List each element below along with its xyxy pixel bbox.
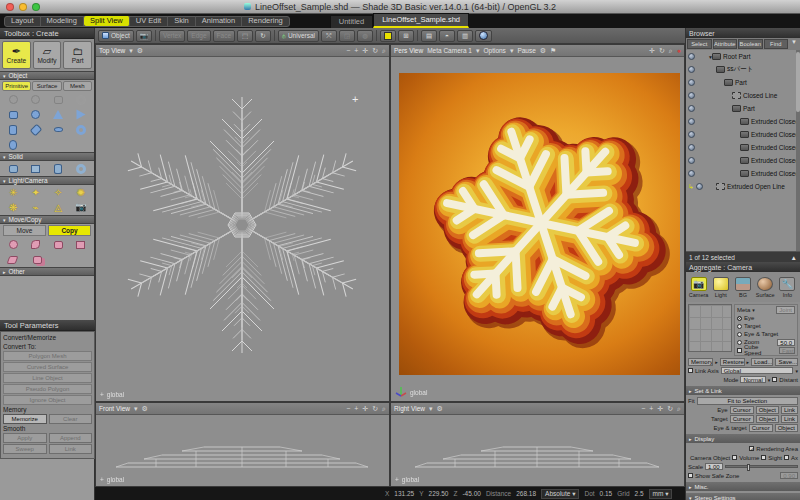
solid-sweep-icon[interactable]	[50, 162, 67, 175]
zoom-window-button[interactable]	[32, 3, 40, 11]
pan-icon[interactable]: ✛	[362, 47, 368, 54]
coordinate-mode-dropdown[interactable]: Absolute ▾	[541, 489, 579, 499]
apply-button[interactable]: Apply	[3, 433, 47, 443]
vertex-mode-button[interactable]: Vertex	[159, 30, 185, 42]
memory-button[interactable]: Memory	[688, 358, 713, 366]
copy-scale-icon[interactable]	[5, 238, 22, 251]
target-object-button[interactable]: Object	[756, 415, 779, 423]
link-button[interactable]: Link	[49, 444, 93, 454]
tab-surface[interactable]: Surface	[32, 81, 61, 91]
tree-row-ss-part[interactable]: ▼ ssパート	[686, 63, 800, 76]
copy-array-icon[interactable]	[29, 253, 46, 266]
append-button[interactable]: Append	[49, 433, 93, 443]
render-toggle-icon[interactable]	[688, 53, 695, 60]
view-menu-chevron-icon[interactable]: ▾	[429, 405, 433, 412]
eye-cursor-button[interactable]: Cursor	[730, 406, 754, 414]
rotate-view-icon[interactable]: ↻	[372, 405, 378, 412]
target-cursor-button[interactable]: Cursor	[730, 415, 754, 423]
browser-tab-attribute[interactable]: Attribute	[713, 39, 738, 49]
restore-button[interactable]: Restore	[720, 358, 745, 366]
front-view-canvas[interactable]: + global	[96, 415, 389, 486]
zoom-out-icon[interactable]: −	[641, 405, 645, 412]
zoom-value-field[interactable]: 50.0	[777, 339, 795, 346]
area-light-icon[interactable]: ✺	[72, 186, 89, 199]
render-preview-button[interactable]	[475, 30, 492, 42]
wedge-primitive-icon[interactable]	[72, 108, 89, 121]
render-toggle-icon[interactable]	[696, 183, 703, 190]
view-menu-chevron-icon[interactable]: ▾	[129, 47, 133, 54]
expander-icon[interactable]: ▼	[706, 106, 732, 112]
eye-radio[interactable]	[737, 316, 742, 321]
sight-checkbox[interactable]	[761, 455, 766, 460]
render-toggle-icon[interactable]	[688, 66, 695, 73]
options-chevron-icon[interactable]: ▾	[510, 47, 514, 54]
target-link-button[interactable]: Link	[781, 415, 798, 423]
rendering-area-checkbox[interactable]: ✓	[749, 446, 754, 451]
memorize-button[interactable]: Memorize	[3, 414, 47, 424]
tool-parameters-header[interactable]: Tool Parameters	[0, 320, 95, 331]
tree-row-extruded-closed-5[interactable]: Extruded Closed	[686, 167, 800, 180]
line-tool-icon[interactable]	[5, 93, 22, 106]
cylinder-primitive-icon[interactable]	[5, 123, 22, 136]
rotate-select-button[interactable]: ↻	[255, 30, 271, 42]
scale-value-field[interactable]: 1.00	[705, 463, 723, 470]
rect-tool-icon[interactable]	[50, 93, 67, 106]
eye-target-radio[interactable]	[737, 332, 742, 337]
axis-checkbox[interactable]	[784, 455, 789, 460]
tab-modeling[interactable]: Modeling	[41, 16, 84, 26]
expander-icon[interactable]: ▼	[706, 80, 724, 86]
render-toggle-icon[interactable]	[688, 144, 695, 151]
convert-ignore-object-button[interactable]: Ignore Object	[3, 395, 92, 405]
pen-primitive-icon[interactable]	[27, 123, 44, 136]
convert-pseudo-polygon-button[interactable]: Pseudo Polygon	[3, 384, 92, 394]
front-viewport[interactable]: Front View ▾ ⚙ − + ✛ ↻ ⌕	[95, 402, 390, 487]
magnify-icon[interactable]: ⌕	[677, 405, 681, 412]
expander-icon[interactable]: ▼	[706, 67, 716, 73]
dual-view-button[interactable]: ◓	[439, 30, 455, 42]
magnify-icon[interactable]: ⌕	[382, 405, 386, 412]
eye-target-cursor-button[interactable]: Cursor	[749, 424, 773, 432]
pers-flag-icon[interactable]: ⚑	[550, 47, 556, 54]
tree-row-extruded-closed-4[interactable]: Extruded Closed	[686, 154, 800, 167]
close-window-button[interactable]	[6, 3, 14, 11]
copy-rotate-icon[interactable]	[27, 238, 44, 251]
display-section-header[interactable]: ▸Display	[686, 434, 800, 443]
line-light-icon[interactable]: ⌁	[27, 201, 44, 214]
pers-gear-icon[interactable]: ⚙	[540, 47, 546, 54]
move-button[interactable]: Move	[3, 225, 46, 236]
eye-target-object-button[interactable]: Object	[775, 424, 798, 432]
magnify-icon[interactable]: ⌕	[382, 47, 386, 54]
tree-row-root-part[interactable]: ▼ Root Part	[686, 50, 800, 63]
pers-view-canvas[interactable]: global	[391, 57, 684, 401]
tree-row-extruded-closed-2[interactable]: Extruded Closed	[686, 128, 800, 141]
filter-funnel-icon[interactable]: ▼	[789, 39, 799, 49]
aggregate-tab-info[interactable]: 🔧 Info	[777, 274, 798, 300]
tab-skin[interactable]: Skin	[168, 16, 196, 26]
fit-to-selection-button[interactable]: Fit to Selection	[697, 397, 798, 405]
right-viewport[interactable]: Right View ▾ ⚙ − + ✛ ↻ ⌕	[390, 402, 685, 487]
set-link-section-header[interactable]: ▸Set & Link	[686, 386, 800, 395]
capsule-primitive-icon[interactable]	[4, 138, 21, 151]
zoom-in-icon[interactable]: +	[354, 405, 358, 412]
volume-checkbox[interactable]	[732, 455, 737, 460]
sphere-primitive-icon[interactable]	[27, 108, 44, 121]
curve-tool-icon[interactable]	[27, 93, 44, 106]
tab-primitive[interactable]: Primitive	[2, 81, 31, 91]
cone-primitive-icon[interactable]	[50, 108, 67, 121]
pers-magnify-icon[interactable]: ⌕	[669, 47, 673, 54]
browser-tab-find[interactable]: Find	[764, 39, 789, 49]
camera-mode-button[interactable]: 📷	[136, 30, 152, 42]
universal-manipulator-button[interactable]: ⫛Universal	[278, 30, 319, 42]
toolbox-tab-part[interactable]: 🗀 Part	[63, 41, 92, 69]
translate-manipulator-button[interactable]: ⤱	[321, 30, 337, 42]
distant-light-icon[interactable]: ✧	[50, 186, 67, 199]
save-button[interactable]: Save...	[775, 358, 798, 366]
toolbox-header[interactable]: Toolbox : Create	[0, 28, 94, 39]
object-section-header[interactable]: ▾ Object	[0, 71, 94, 80]
tab-layout[interactable]: Layout	[5, 16, 41, 26]
toolbox-tab-create[interactable]: ✒ Create	[2, 41, 31, 69]
pers-viewport[interactable]: Pers View Meta Camera 1 ▾ Options ▾ Paus…	[390, 44, 685, 402]
browser-header[interactable]: Browser	[686, 28, 800, 38]
load-button[interactable]: Load...	[751, 358, 773, 366]
lightcamera-section-header[interactable]: ▾ Light/Camera	[0, 176, 94, 185]
